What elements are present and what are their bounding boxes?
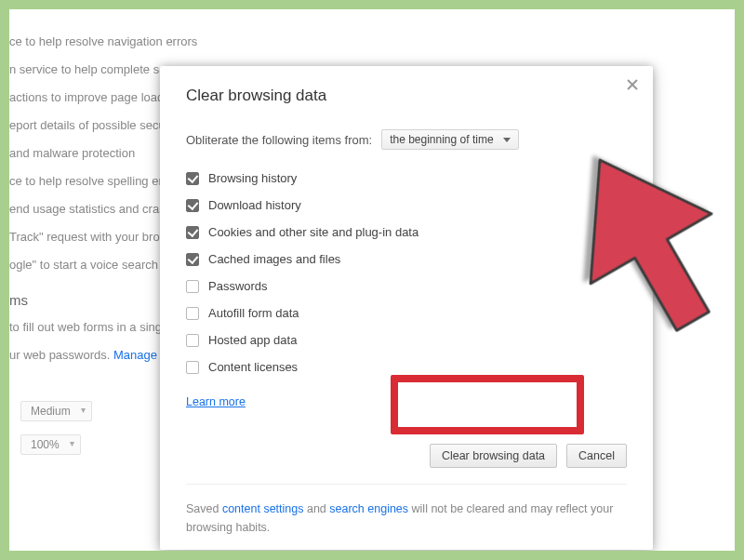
- dialog-actions: Clear browsing data Cancel: [430, 444, 627, 468]
- close-icon[interactable]: [625, 77, 640, 92]
- time-range-row: Obliterate the following items from: the…: [186, 129, 627, 150]
- time-range-value: the beginning of time: [390, 133, 493, 146]
- checkbox[interactable]: [186, 199, 199, 212]
- check-row-autofill: Autofill form data: [186, 300, 627, 327]
- check-row-browsing-history: Browsing history: [186, 165, 627, 192]
- checkbox-list: Browsing history Download history Cookie…: [186, 165, 627, 380]
- checkbox[interactable]: [186, 172, 199, 185]
- check-row-hosted-app: Hosted app data: [186, 327, 627, 353]
- checkbox[interactable]: [186, 226, 199, 239]
- checkbox[interactable]: [186, 361, 199, 374]
- page-zoom-select[interactable]: 100%: [20, 434, 81, 455]
- check-label: Browsing history: [208, 171, 297, 185]
- check-label: Autofill form data: [208, 306, 299, 320]
- search-engines-link[interactable]: search engines: [329, 502, 408, 515]
- checkbox[interactable]: [186, 280, 199, 293]
- check-label: Cached images and files: [208, 252, 340, 266]
- obliterate-label: Obliterate the following items from:: [186, 133, 372, 147]
- learn-more-link[interactable]: Learn more: [186, 395, 246, 408]
- chevron-down-icon: [503, 138, 511, 142]
- checkbox[interactable]: [186, 334, 199, 347]
- dialog-title: Clear browsing data: [186, 87, 627, 105]
- check-row-cookies: Cookies and other site and plug-in data: [186, 219, 627, 246]
- checkbox[interactable]: [186, 307, 199, 320]
- check-row-cached: Cached images and files: [186, 246, 627, 273]
- check-row-download-history: Download history: [186, 192, 627, 219]
- checkbox[interactable]: [186, 253, 199, 266]
- check-label: Passwords: [208, 279, 268, 293]
- check-label: Download history: [208, 198, 301, 212]
- bg-line: ce to help resolve navigation errors: [9, 28, 735, 56]
- clear-browsing-data-button[interactable]: Clear browsing data: [430, 444, 557, 468]
- clear-browsing-data-dialog: Clear browsing data Obliterate the follo…: [160, 66, 653, 550]
- time-range-select[interactable]: the beginning of time: [381, 129, 518, 150]
- content-settings-link[interactable]: content settings: [222, 502, 304, 515]
- check-row-content-licenses: Content licenses: [186, 353, 627, 380]
- check-label: Content licenses: [208, 360, 298, 374]
- font-size-select[interactable]: Medium: [20, 401, 92, 421]
- check-label: Hosted app data: [208, 333, 297, 347]
- check-row-passwords: Passwords: [186, 273, 627, 300]
- cancel-button[interactable]: Cancel: [566, 444, 627, 468]
- check-label: Cookies and other site and plug-in data: [208, 225, 418, 239]
- dialog-footer-note: Saved content settings and search engine…: [186, 484, 627, 537]
